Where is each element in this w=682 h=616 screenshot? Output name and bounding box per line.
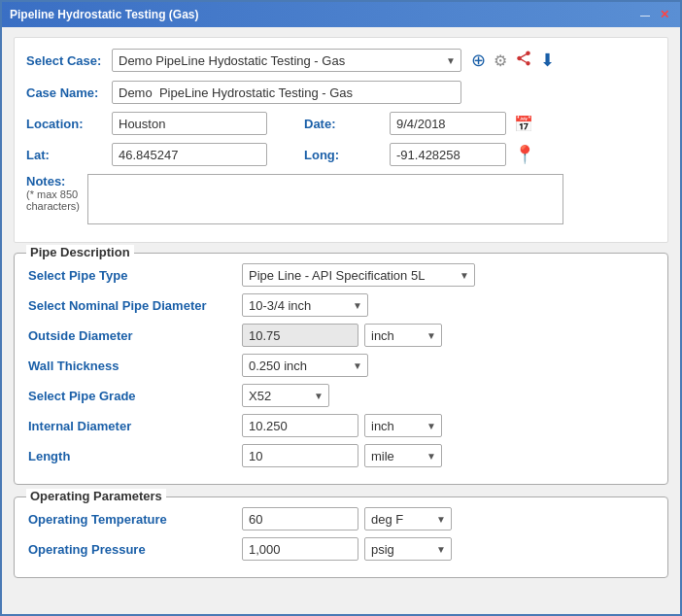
nominal-diameter-label: Select Nominal Pipe Diameter [28, 298, 242, 313]
location-input[interactable] [112, 112, 267, 135]
length-row: Length mile km ft m ▼ [28, 444, 654, 467]
op-temp-input[interactable] [242, 507, 358, 530]
operating-parameters-title: Operating Parameters [26, 489, 166, 503]
pipe-grade-value: X52 ▼ [242, 384, 329, 407]
op-pressure-unit-wrapper: psig kPa ▼ [364, 537, 452, 561]
map-pin-icon[interactable]: 📍 [514, 144, 535, 165]
select-case-label: Select Case: [26, 53, 104, 68]
lat-long-row: Lat: Long: 📍 [26, 143, 656, 166]
title-bar-controls: — ✕ [637, 8, 672, 21]
select-case-dropdown[interactable]: Demo PipeLine Hydostatic Testing - Gas [112, 49, 461, 72]
select-case-wrapper: Demo PipeLine Hydostatic Testing - Gas ▼ [112, 49, 461, 72]
outside-diameter-row: Outside Diameter inch mm ▼ [28, 324, 654, 347]
internal-diameter-input[interactable] [242, 414, 358, 437]
op-temp-row: Operating Temperature deg F deg C ▼ [28, 507, 654, 530]
length-unit-wrapper: mile km ft m ▼ [364, 444, 442, 467]
nominal-diameter-select-wrapper: 10-3/4 inch ▼ [242, 293, 368, 317]
op-temp-value: deg F deg C ▼ [242, 507, 452, 530]
op-pressure-unit-select[interactable]: psig kPa [364, 537, 452, 561]
outside-diameter-label: Outside Diameter [28, 328, 242, 343]
op-pressure-input[interactable] [242, 537, 358, 561]
pipe-description-section: Pipe Description Select Pipe Type Pipe L… [14, 253, 668, 485]
pipe-type-label: Select Pipe Type [28, 268, 242, 283]
notes-label: Notes: [26, 174, 80, 188]
outside-diameter-value: inch mm ▼ [242, 324, 442, 347]
pipe-grade-select[interactable]: X52 [242, 384, 329, 407]
add-button[interactable]: ⊕ [469, 48, 488, 73]
long-label: Long: [304, 148, 382, 162]
length-label: Length [28, 449, 242, 463]
pipe-type-select[interactable]: Pipe Line - API Specification 5L [242, 263, 475, 287]
location-date-row: Location: Date: 📅 [26, 112, 656, 135]
length-input[interactable] [242, 444, 358, 467]
case-name-input[interactable] [112, 81, 461, 104]
nominal-diameter-row: Select Nominal Pipe Diameter 10-3/4 inch… [28, 293, 654, 317]
lat-label: Lat: [26, 148, 104, 162]
minimize-button[interactable]: — [637, 8, 653, 21]
window-title: Pipeline Hydrostatic Testing (Gas) [10, 8, 198, 21]
length-value: mile km ft m ▼ [242, 444, 442, 467]
main-window: Pipeline Hydrostatic Testing (Gas) — ✕ S… [0, 0, 682, 616]
date-input[interactable] [390, 112, 506, 135]
wall-thickness-row: Wall Thickness 0.250 inch ▼ [28, 354, 654, 377]
toolbar-icons: ⊕ ⚙ ⬇ [469, 48, 557, 73]
top-form-section: Select Case: Demo PipeLine Hydostatic Te… [14, 37, 668, 243]
internal-diameter-label: Internal Diameter [28, 419, 242, 433]
share-button[interactable] [513, 48, 534, 73]
pipe-description-title: Pipe Description [26, 245, 134, 259]
internal-diameter-unit-select[interactable]: inch mm [364, 414, 442, 437]
notes-row: Notes: (* max 850characters) [26, 174, 656, 224]
outside-diameter-unit-select[interactable]: inch mm [364, 324, 442, 347]
internal-diameter-value: inch mm ▼ [242, 414, 442, 437]
internal-diameter-row: Internal Diameter inch mm ▼ [28, 414, 654, 437]
operating-parameters-section: Operating Parameters Operating Temperatu… [14, 496, 668, 578]
wall-thickness-value: 0.250 inch ▼ [242, 354, 368, 377]
pipe-type-row: Select Pipe Type Pipe Line - API Specifi… [28, 263, 654, 287]
wall-thickness-select-wrapper: 0.250 inch ▼ [242, 354, 368, 377]
nominal-diameter-value: 10-3/4 inch ▼ [242, 293, 368, 317]
pipe-grade-row: Select Pipe Grade X52 ▼ [28, 384, 654, 407]
date-label: Date: [304, 117, 382, 131]
op-pressure-value: psig kPa ▼ [242, 537, 452, 561]
notes-textarea[interactable] [87, 174, 563, 224]
length-unit-select[interactable]: mile km ft m [364, 444, 442, 467]
wall-thickness-select[interactable]: 0.250 inch [242, 354, 368, 377]
settings-button[interactable]: ⚙ [492, 50, 509, 72]
calendar-icon[interactable]: 📅 [514, 115, 533, 133]
pipe-grade-select-wrapper: X52 ▼ [242, 384, 329, 407]
case-name-row: Case Name: [26, 81, 656, 104]
download-button[interactable]: ⬇ [538, 48, 557, 73]
lat-input[interactable] [112, 143, 267, 166]
notes-sub: (* max 850characters) [26, 188, 80, 212]
op-pressure-row: Operating Pressure psig kPa ▼ [28, 537, 654, 561]
location-label: Location: [26, 117, 104, 131]
outside-diameter-unit-wrapper: inch mm ▼ [364, 324, 442, 347]
op-pressure-label: Operating Pressure [28, 542, 242, 557]
op-temp-label: Operating Temperature [28, 512, 242, 527]
wall-thickness-label: Wall Thickness [28, 359, 242, 373]
pipe-type-select-wrapper: Pipe Line - API Specification 5L ▼ [242, 263, 475, 287]
pipe-grade-label: Select Pipe Grade [28, 389, 242, 403]
title-bar: Pipeline Hydrostatic Testing (Gas) — ✕ [2, 2, 680, 27]
long-input[interactable] [390, 143, 506, 166]
notes-label-group: Notes: (* max 850characters) [26, 174, 80, 212]
select-case-row: Select Case: Demo PipeLine Hydostatic Te… [26, 48, 656, 73]
outside-diameter-input[interactable] [242, 324, 358, 347]
case-name-label: Case Name: [26, 86, 104, 100]
op-temp-unit-select[interactable]: deg F deg C [364, 507, 452, 530]
op-temp-unit-wrapper: deg F deg C ▼ [364, 507, 452, 530]
content-area: Select Case: Demo PipeLine Hydostatic Te… [2, 27, 680, 614]
internal-diameter-unit-wrapper: inch mm ▼ [364, 414, 442, 437]
nominal-diameter-select[interactable]: 10-3/4 inch [242, 293, 368, 317]
pipe-type-value: Pipe Line - API Specification 5L ▼ [242, 263, 475, 287]
close-button[interactable]: ✕ [657, 8, 672, 21]
